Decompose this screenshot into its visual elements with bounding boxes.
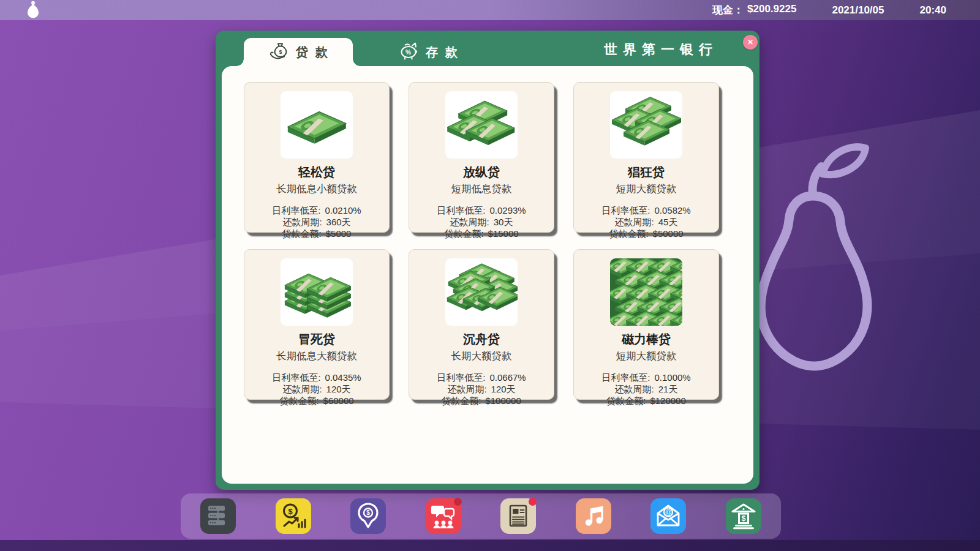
bank-title: 世界第一银行 (604, 40, 718, 59)
loan-name: 冒死贷 (244, 331, 389, 348)
dock-music-app[interactable] (576, 498, 611, 534)
loan-card[interactable]: 猖狂贷 短期大额贷款 日利率低至: 0.0582% 还款周期: 45天 贷款金额… (573, 82, 719, 233)
loan-card[interactable]: 放纵贷 短期低息贷款 日利率低至: 0.0293% 还款周期: 30天 贷款金额… (409, 82, 554, 233)
piggy-bank-percent-icon: % (399, 42, 420, 62)
loan-details: 日利率低至: 0.1000% 还款周期: 21天 贷款金额: $120000 (574, 372, 718, 407)
svg-text:$: $ (279, 49, 282, 55)
loan-amount-value: $50000 (653, 228, 684, 239)
tab-deposits-label: 存款 (426, 44, 465, 61)
dock-map-money-app[interactable] (350, 498, 386, 534)
game-screen: 现金： $200.9225 2021/10/05 20:40 $ (0, 0, 980, 551)
mail-at-icon (654, 501, 683, 532)
game-time: 20:40 (920, 4, 946, 17)
loan-period-label: 还款周期: (450, 216, 489, 228)
loan-rate-value: 0.0582% (654, 204, 690, 216)
loan-rate-value: 0.1000% (654, 372, 690, 383)
loan-name: 磁力棒贷 (574, 331, 718, 348)
loan-period-value: 45天 (658, 216, 678, 228)
loan-description: 短期大额贷款 (574, 350, 718, 363)
game-date: 2021/10/05 (832, 4, 884, 17)
loan-card[interactable]: 沉舟贷 长期大额贷款 日利率低至: 0.0667% 还款周期: 120天 贷款金… (409, 249, 554, 400)
loan-card[interactable]: 磁力棒贷 短期大额贷款 日利率低至: 0.1000% 还款周期: 21天 贷款金… (573, 249, 719, 400)
dock-finance-app[interactable] (276, 498, 311, 534)
loan-period-label: 还款周期: (615, 383, 654, 395)
loan-amount-value: $5000 (326, 228, 352, 239)
loan-description: 长期低息小额贷款 (244, 182, 389, 196)
dock-bank-app[interactable] (726, 498, 761, 534)
loan-amount-label: 贷款金额: (442, 395, 481, 407)
app-dock (181, 493, 781, 539)
music-note-icon (579, 501, 608, 532)
loan-name: 放纵贷 (409, 164, 554, 181)
top-status-bar: 现金： $200.9225 2021/10/05 20:40 (0, 0, 980, 20)
loan-amount-value: $15000 (488, 228, 519, 239)
dock-mail-app[interactable] (650, 498, 686, 534)
close-button[interactable]: ✕ (743, 35, 758, 50)
hand-money-bag-icon: $ (269, 42, 290, 62)
loan-period-label: 还款周期: (282, 383, 322, 395)
cash-carpet-icon (610, 258, 682, 326)
loan-amount-value: $120000 (650, 395, 685, 407)
loan-details: 日利率低至: 0.0293% 还款周期: 30天 贷款金额: $15000 (409, 204, 554, 239)
notification-badge (529, 498, 537, 506)
group-chat-icon (429, 501, 458, 532)
loan-amount-value: $60000 (323, 395, 354, 407)
bottom-strip (0, 540, 980, 551)
loan-period-label: 还款周期: (282, 216, 322, 228)
loan-card[interactable]: 轻松贷 长期低息小额贷款 日利率低至: 0.0210% 还款周期: 360天 贷… (244, 82, 390, 233)
tab-loans-label: 贷款 (296, 44, 335, 61)
loan-period-label: 还款周期: (615, 216, 654, 228)
dock-server-app[interactable] (200, 498, 236, 534)
server-rack-icon (203, 501, 233, 532)
loan-grid: 轻松贷 长期低息小额贷款 日利率低至: 0.0210% 还款周期: 360天 贷… (244, 82, 719, 400)
loan-amount-label: 贷款金额: (606, 395, 646, 407)
loan-card[interactable]: 冒死贷 长期低息大额贷款 日利率低至: 0.0435% 还款周期: 120天 贷… (244, 249, 390, 400)
bank-building-icon (729, 501, 758, 532)
cash-label: 现金： (712, 3, 744, 17)
tab-loans[interactable]: $ 贷款 (244, 38, 353, 66)
tab-deposits[interactable]: % 存款 (382, 38, 474, 66)
loan-rate-label: 日利率低至: (272, 204, 320, 216)
bank-content: 轻松贷 长期低息小额贷款 日利率低至: 0.0210% 还款周期: 360天 贷… (222, 66, 753, 484)
loan-rate-value: 0.0293% (489, 204, 526, 216)
loan-period-value: 120天 (326, 383, 351, 395)
dock-chat-app[interactable] (426, 498, 461, 534)
notification-badge (454, 498, 462, 506)
loan-rate-label: 日利率低至: (437, 372, 485, 383)
bank-window: $ 贷款 % 存款 世界第一银行 ✕ (216, 31, 760, 490)
cash-pile-1-icon (281, 91, 353, 159)
loan-period-value: 21天 (658, 383, 678, 395)
loan-period-value: 360天 (326, 216, 351, 228)
cash-pile-3-icon (445, 91, 518, 159)
loan-description: 长期低息大额贷款 (244, 350, 389, 363)
money-bag-icon (24, 1, 42, 22)
loan-description: 短期大额贷款 (574, 182, 718, 196)
loan-rate-value: 0.0210% (325, 204, 361, 216)
loan-period-value: 30天 (494, 216, 513, 228)
svg-text:%: % (405, 49, 411, 56)
cash-pile-4-icon (610, 91, 682, 159)
loan-rate-label: 日利率低至: (437, 204, 485, 216)
loan-name: 猖狂贷 (574, 164, 718, 181)
loan-rate-label: 日利率低至: (601, 204, 650, 216)
cash-stack-6-icon (281, 258, 353, 326)
loan-rate-value: 0.0667% (489, 372, 526, 383)
loan-details: 日利率低至: 0.0210% 还款周期: 360天 贷款金额: $5000 (244, 204, 389, 239)
dock-news-app[interactable] (500, 498, 536, 534)
loan-rate-label: 日利率低至: (601, 372, 650, 383)
loan-details: 日利率低至: 0.0435% 还款周期: 120天 贷款金额: $60000 (244, 372, 389, 407)
loan-amount-label: 贷款金额: (279, 395, 318, 407)
money-pin-icon (353, 501, 383, 532)
loan-description: 长期大额贷款 (409, 350, 554, 363)
loan-period-label: 还款周期: (447, 383, 486, 395)
loan-amount-label: 贷款金额: (282, 228, 322, 239)
loan-details: 日利率低至: 0.0582% 还款周期: 45天 贷款金额: $50000 (574, 204, 718, 239)
coin-chart-icon (279, 501, 308, 532)
loan-amount-value: $100000 (485, 395, 521, 407)
cash-pile-8-icon (445, 258, 518, 326)
loan-rate-label: 日利率低至: (272, 372, 320, 383)
loan-details: 日利率低至: 0.0667% 还款周期: 120天 贷款金额: $100000 (409, 372, 554, 407)
loan-name: 轻松贷 (244, 164, 389, 181)
loan-amount-label: 贷款金额: (609, 228, 648, 239)
loan-amount-label: 贷款金额: (444, 228, 483, 239)
